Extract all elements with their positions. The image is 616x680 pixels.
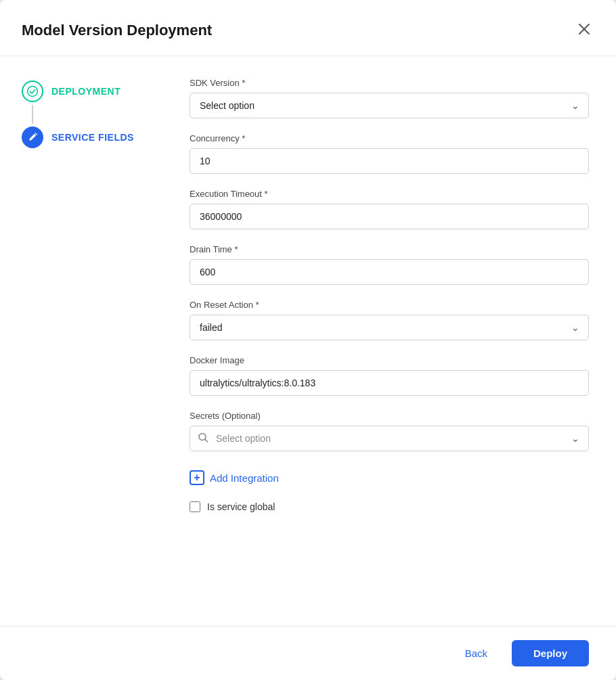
step-label-deployment: DEPLOYMENT [51, 86, 120, 97]
sidebar-item-deployment[interactable]: DEPLOYMENT [22, 78, 120, 105]
on-reset-action-label: On Reset Action * [190, 300, 589, 310]
modal-header: Model Version Deployment [0, 0, 616, 56]
form-area: SDK Version * Select option ⌄ Concurrenc… [176, 78, 616, 626]
sidebar: DEPLOYMENT SERVICE FIELDS [0, 78, 176, 626]
docker-image-group: Docker Image [190, 355, 589, 396]
sidebar-item-service-fields[interactable]: SERVICE FIELDS [22, 124, 134, 151]
drain-time-input[interactable] [190, 259, 589, 285]
is-service-global-checkbox[interactable] [190, 501, 200, 512]
svg-point-2 [28, 87, 38, 97]
back-button[interactable]: Back [452, 641, 501, 666]
step-label-service-fields: SERVICE FIELDS [51, 132, 134, 143]
drain-time-group: Drain Time * [190, 244, 589, 285]
step-icon-deployment [22, 81, 43, 102]
checkmark-icon [26, 85, 39, 97]
add-integration-label: Add Integration [210, 472, 279, 484]
execution-timeout-label: Execution Timeout * [190, 189, 589, 199]
close-button[interactable] [574, 19, 594, 42]
step-connector [32, 105, 33, 124]
docker-image-label: Docker Image [190, 355, 589, 365]
modal-body: DEPLOYMENT SERVICE FIELDS SDK Version * [0, 56, 616, 626]
drain-time-label: Drain Time * [190, 244, 589, 254]
execution-timeout-input[interactable] [190, 204, 589, 229]
secrets-group: Secrets (Optional) Select option ⌄ [190, 411, 589, 451]
is-service-global-group: Is service global [190, 501, 589, 512]
sdk-version-group: SDK Version * Select option ⌄ [190, 78, 589, 118]
secrets-select-wrapper: Select option ⌄ [190, 426, 589, 451]
add-integration-button[interactable]: + Add Integration [190, 466, 279, 489]
modal-title: Model Version Deployment [22, 22, 212, 39]
docker-image-input[interactable] [190, 370, 589, 396]
deploy-button[interactable]: Deploy [512, 640, 589, 666]
close-icon [577, 22, 592, 37]
sdk-version-label: SDK Version * [190, 78, 589, 88]
secrets-label: Secrets (Optional) [190, 411, 589, 421]
modal-footer: Back Deploy [0, 626, 616, 680]
concurrency-input[interactable] [190, 148, 589, 174]
on-reset-action-select-wrapper: failed restart ignore ⌄ [190, 315, 589, 340]
on-reset-action-group: On Reset Action * failed restart ignore … [190, 300, 589, 340]
add-integration-icon: + [190, 470, 204, 485]
sdk-version-select[interactable]: Select option [190, 93, 589, 118]
execution-timeout-group: Execution Timeout * [190, 189, 589, 229]
concurrency-group: Concurrency * [190, 133, 589, 174]
sdk-version-select-wrapper: Select option ⌄ [190, 93, 589, 118]
pencil-icon [27, 132, 38, 143]
concurrency-label: Concurrency * [190, 133, 589, 143]
modal: Model Version Deployment DEPLOYMENT [0, 0, 616, 680]
step-icon-service-fields [22, 127, 43, 148]
on-reset-action-select[interactable]: failed restart ignore [190, 315, 589, 340]
is-service-global-label: Is service global [207, 501, 275, 512]
secrets-select[interactable]: Select option [190, 426, 589, 451]
